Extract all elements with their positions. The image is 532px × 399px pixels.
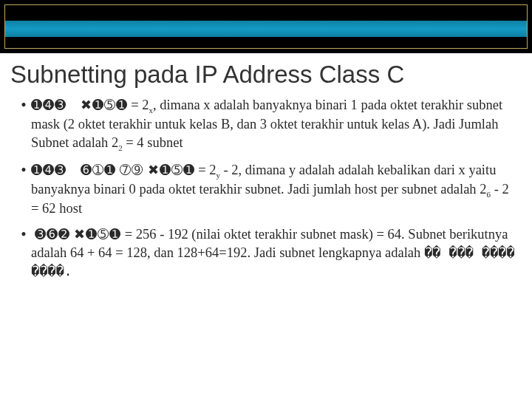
body-content: • ➊➍➌ ✖➊➄➊ = 2x, dimana x adalah banyakn…	[0, 96, 532, 281]
text-run: = 2	[128, 98, 149, 112]
header-band	[0, 0, 532, 53]
bullet-3: • ➌➏➋ ✖➊➄➊ = 256 - 192 (nilai oktet tera…	[16, 225, 516, 280]
bullet-dot: •	[16, 225, 31, 280]
wingding-text: ➌➏➋ ✖➊➄➊	[35, 227, 122, 242]
page-title: Subnetting pada IP Address Class C	[10, 61, 522, 89]
wingding-text: ✖➊➄➊	[81, 98, 128, 112]
wingding-text: ➊➍➌	[31, 98, 66, 112]
bullet-text: ➌➏➋ ✖➊➄➊ = 256 - 192 (nilai oktet terakh…	[31, 225, 516, 280]
text-run: = 4 subnet	[123, 135, 183, 150]
bullet-2: • ➊➍➌ ➏➀➊ ➆➈ ✖➊➄➊ = 2y - 2, dimana y ada…	[16, 161, 516, 219]
bullet-text: ➊➍➌ ✖➊➄➊ = 2x, dimana x adalah banyaknya…	[31, 96, 516, 154]
bullet-1: • ➊➍➌ ✖➊➄➊ = 2x, dimana x adalah banyakn…	[16, 96, 516, 154]
wingding-text: ➏➀➊ ➆➈ ✖➊➄➊	[81, 163, 195, 177]
wingding-text: ➊➍➌	[31, 163, 66, 177]
bullet-dot: •	[16, 96, 31, 154]
text-run: = 2	[195, 163, 216, 177]
header-stripe	[5, 21, 527, 37]
bullet-text: ➊➍➌ ➏➀➊ ➆➈ ✖➊➄➊ = 2y - 2, dimana y adala…	[31, 161, 516, 219]
bullet-dot: •	[16, 161, 31, 219]
